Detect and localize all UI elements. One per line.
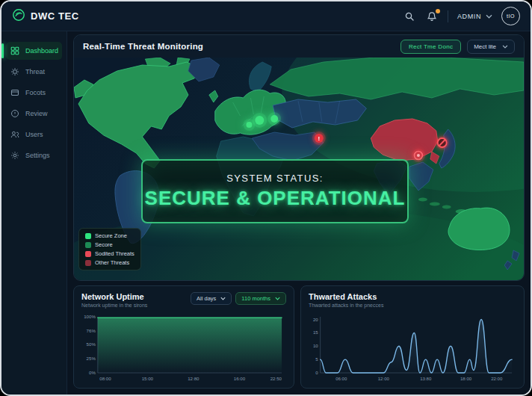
sidebar-item-settings[interactable]: Settings (6, 146, 62, 164)
status-value: SECURE & OPERATIONAL (145, 187, 406, 210)
legend-color-chip (85, 260, 91, 266)
uptime-chart-area: 100%76%50%25%0%08:0015:0012:8016:0022:50 (81, 312, 286, 383)
legend-label: Secure Zone (95, 232, 127, 239)
legend-label: Sodited Threats (95, 250, 134, 257)
svg-text:15: 15 (313, 330, 318, 335)
sidebar-item-label: Threat (25, 68, 45, 75)
threat-monitoring-card: Real-Time Threat Monitoring Rect Tme Don… (73, 34, 525, 281)
sidebar-item-label: Focots (25, 89, 46, 96)
realtime-button[interactable]: Rect Tme Donc (400, 40, 461, 54)
filter-dropdown[interactable]: Mect lite (467, 40, 515, 54)
sidebar-item-label: Settings (25, 152, 50, 159)
svg-text:50%: 50% (87, 341, 96, 347)
users-icon (10, 130, 19, 139)
threat-icon (10, 67, 19, 76)
sidebar-item-review[interactable]: Review (6, 105, 62, 123)
filter-dropdown-value: Mect lite (474, 43, 496, 50)
uptime-title: Network Uptime (81, 292, 147, 301)
svg-text:76%: 76% (87, 328, 96, 333)
network-uptime-card: Network Uptime Network uptime in the sir… (73, 285, 294, 389)
avatar-badge: tIO (507, 13, 515, 19)
legend-label: Other Threats (95, 259, 129, 266)
bottom-charts-row: Network Uptime Network uptime in the sir… (73, 285, 525, 389)
legend-color-chip (85, 233, 91, 239)
svg-text:5: 5 (315, 356, 318, 362)
sidebar: DashboardThreatFocotsReviewUsersSettings (1, 31, 67, 395)
legend-color-chip (85, 242, 91, 248)
app-window: DWC TEC ADMIN tIO (0, 0, 532, 396)
svg-text:!: ! (318, 135, 320, 142)
navbar-actions: ADMIN tIO (403, 7, 520, 25)
search-icon[interactable] (403, 10, 416, 23)
marker-blocked[interactable] (436, 136, 449, 149)
uptime-controls: All days110 months (191, 292, 286, 305)
svg-text:12:80: 12:80 (188, 376, 200, 381)
legend-item: Secure Zone (85, 232, 134, 239)
brand: DWC TEC (12, 8, 79, 25)
svg-text:13:80: 13:80 (420, 376, 432, 381)
top-navbar: DWC TEC ADMIN tIO (1, 1, 531, 31)
chevron-down-icon (486, 14, 492, 19)
header-actions: Rect Tme Donc Mect lite (400, 40, 515, 54)
user-menu[interactable]: ADMIN (457, 13, 492, 20)
svg-text:08:00: 08:00 (99, 376, 111, 381)
svg-text:10: 10 (313, 343, 318, 348)
sidebar-item-users[interactable]: Users (6, 126, 62, 143)
svg-text:20: 20 (313, 317, 318, 322)
page-title: Real-Time Threat Monitoring (83, 42, 203, 51)
logo-icon (12, 8, 25, 25)
network-uptime-chart: 100%76%50%25%0%08:0015:0012:8016:0022:50 (81, 312, 286, 383)
focots-icon (10, 88, 19, 97)
svg-text:06:00: 06:00 (335, 376, 347, 381)
svg-text:0%: 0% (89, 370, 96, 375)
sidebar-item-dashboard[interactable]: Dashboard (6, 42, 62, 60)
svg-text:100%: 100% (84, 314, 96, 319)
svg-text:22:50: 22:50 (270, 376, 282, 381)
legend-label: Secore (95, 241, 113, 248)
svg-text:16:00: 16:00 (234, 376, 246, 381)
svg-text:0: 0 (315, 370, 318, 375)
threat-card-header: Real-Time Threat Monitoring Rect Tme Don… (74, 35, 524, 58)
brand-name: DWC TEC (31, 10, 79, 22)
svg-text:25%: 25% (87, 356, 96, 361)
settings-icon (10, 151, 19, 160)
chevron-down-icon (220, 297, 226, 300)
dashboard-icon (10, 46, 19, 55)
legend-item: Sodited Threats (85, 250, 134, 257)
uptime-filter-value: All days (197, 295, 216, 302)
uptime-filter-1[interactable]: 110 months (235, 292, 286, 305)
world-map: ! SYSTEM STATUS: SECURE & OPERATIONAL Se… (74, 58, 524, 280)
sidebar-item-threat[interactable]: Threat (6, 63, 62, 81)
map-legend: Secure ZoneSecoreSodited ThreatsOther Th… (78, 228, 141, 270)
marker-secure[interactable] (243, 119, 255, 131)
marker-alert[interactable]: ! (312, 132, 326, 145)
chevron-down-icon (502, 45, 508, 49)
system-status-overlay: SYSTEM STATUS: SECURE & OPERATIONAL (141, 159, 409, 223)
sidebar-item-label: Review (25, 110, 48, 117)
avatar[interactable]: tIO (501, 7, 520, 25)
main-content: Real-Time Threat Monitoring Rect Tme Don… (67, 31, 531, 395)
attacks-title: Thwarted Attacks (309, 292, 383, 301)
svg-text:15:00: 15:00 (142, 376, 154, 381)
review-icon (10, 109, 19, 118)
chevron-down-icon (275, 297, 280, 300)
marker-target[interactable] (412, 149, 425, 162)
sidebar-item-label: Users (25, 131, 43, 138)
sidebar-item-label: Dashboard (25, 47, 58, 55)
svg-text:12:00: 12:00 (378, 376, 390, 381)
legend-color-chip (85, 251, 91, 257)
uptime-subtitle: Network uptime in the sirons (81, 303, 147, 308)
legend-item: Other Threats (85, 259, 134, 266)
marker-secure[interactable] (267, 112, 281, 126)
attacks-subtitle: Thwarted attacks in the pnecces (309, 303, 383, 308)
attacks-chart-area: 2015105006:0012:0013:8018:0022:00 (309, 312, 516, 383)
sidebar-item-focots[interactable]: Focots (6, 84, 62, 102)
legend-item: Secore (85, 241, 134, 248)
divider (448, 10, 448, 22)
uptime-filter-0[interactable]: All days (191, 292, 232, 305)
svg-text:18:00: 18:00 (460, 376, 472, 381)
bell-icon[interactable] (425, 10, 439, 23)
user-label: ADMIN (457, 13, 481, 20)
status-heading: SYSTEM STATUS: (226, 173, 324, 184)
thwarted-attacks-chart: 2015105006:0012:0013:8018:0022:00 (309, 312, 516, 383)
